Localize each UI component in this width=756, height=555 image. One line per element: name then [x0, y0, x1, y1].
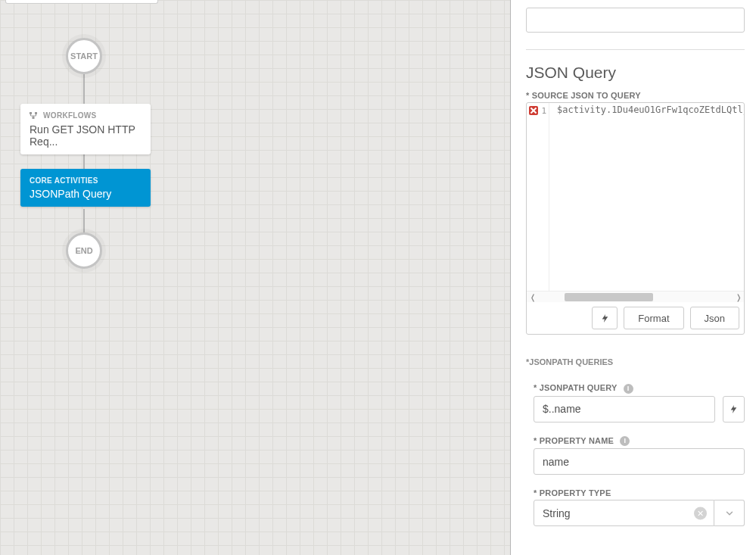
svg-rect-4: [35, 112, 37, 114]
source-json-editor[interactable]: 1 $activity.1Du4euO1GrFw1qcoZEtdLQtljBc.…: [526, 102, 745, 335]
info-icon[interactable]: i: [624, 384, 633, 394]
workflow-canvas[interactable]: START WORKFLOWS Run GET JSON HTTP Req...…: [0, 0, 510, 555]
json-button[interactable]: Json: [690, 307, 739, 329]
line-number-1: 1: [541, 106, 546, 116]
info-icon[interactable]: i: [620, 436, 630, 446]
scroll-right-icon[interactable]: ❭: [733, 292, 744, 303]
scroll-thumb[interactable]: [565, 293, 653, 301]
code-gutter: 1: [527, 103, 549, 291]
property-type-label: * PROPERTY TYPE: [534, 488, 745, 497]
property-name-label: * PROPERTY NAME: [534, 436, 614, 445]
scroll-left-icon[interactable]: ❬: [527, 292, 538, 303]
jsonpath-query-label: * JSONPATH QUERY: [534, 383, 617, 392]
section-title: JSON Query: [526, 64, 745, 82]
display-name-input[interactable]: [526, 8, 745, 33]
clear-icon[interactable]: ✕: [694, 507, 707, 519]
svg-rect-3: [30, 112, 32, 114]
start-node[interactable]: START: [66, 38, 102, 74]
card1-category: WORKFLOWS: [43, 111, 96, 120]
property-name-input[interactable]: [534, 448, 745, 475]
card2-category: CORE ACTIVITIES: [30, 176, 142, 185]
workflow-icon: [30, 112, 37, 120]
jsonpath-queries-label: *JSONPATH QUERIES: [526, 357, 745, 366]
chevron-down-icon: [724, 508, 735, 519]
toolbar-collapsed[interactable]: [5, 0, 158, 4]
property-name-row: * PROPERTY NAME i: [534, 436, 745, 475]
horizontal-scrollbar[interactable]: ❬ ❭: [527, 291, 744, 302]
app-layout: START WORKFLOWS Run GET JSON HTTP Req...…: [0, 0, 756, 555]
lightning-icon: [729, 404, 739, 414]
activity-card-jsonpath-query[interactable]: CORE ACTIVITIES JSONPath Query: [20, 169, 151, 207]
variable-picker-button[interactable]: [592, 307, 618, 329]
source-json-label: * SOURCE JSON TO QUERY: [526, 91, 745, 100]
connector-lines: [0, 0, 510, 555]
divider: [526, 49, 745, 50]
card2-name: JSONPath Query: [30, 188, 142, 200]
start-label: START: [70, 51, 98, 61]
end-node[interactable]: END: [66, 232, 102, 269]
format-button[interactable]: Format: [624, 307, 683, 329]
code-text[interactable]: $activity.1Du4euO1GrFw1qcoZEtdLQtljBc.ou…: [549, 103, 744, 291]
error-marker-icon[interactable]: [529, 106, 538, 115]
jsonpath-query-row: * JSONPATH QUERY i: [534, 383, 745, 422]
workflow-card-run-get-json[interactable]: WORKFLOWS Run GET JSON HTTP Req...: [20, 104, 151, 154]
lightning-icon: [600, 313, 610, 323]
properties-panel: JSON Query * SOURCE JSON TO QUERY 1 $act…: [510, 0, 756, 555]
property-type-dropdown-toggle[interactable]: [714, 500, 745, 526]
card1-name: Run GET JSON HTTP Req...: [30, 123, 142, 148]
end-label: END: [75, 246, 92, 255]
property-type-row: * PROPERTY TYPE ✕: [534, 488, 745, 526]
jsonpath-variable-button[interactable]: [723, 396, 745, 422]
svg-rect-5: [33, 117, 35, 119]
property-type-select[interactable]: [534, 500, 714, 526]
jsonpath-query-input[interactable]: [534, 396, 715, 422]
